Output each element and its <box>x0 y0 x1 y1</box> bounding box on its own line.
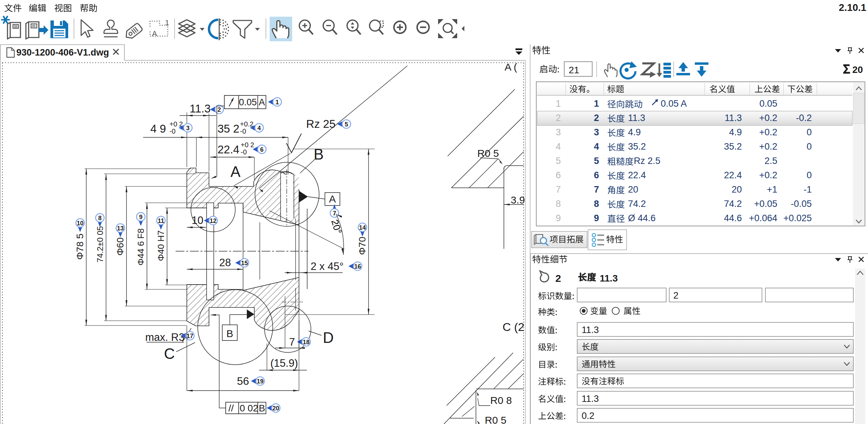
svg-text:+0.05: +0.05 <box>754 199 777 209</box>
svg-text:1: 1 <box>275 99 279 106</box>
svg-text:0.05: 0.05 <box>759 99 777 109</box>
svg-text:Φ78 5: Φ78 5 <box>75 233 85 260</box>
svg-text:13: 13 <box>117 225 124 232</box>
svg-text:11: 11 <box>158 217 164 224</box>
svg-text:C: C <box>164 345 175 362</box>
svg-text:4.9: 4.9 <box>628 127 641 137</box>
svg-text:R0 5: R0 5 <box>485 414 506 424</box>
svg-text:4: 4 <box>257 125 261 132</box>
svg-text:+0.064: +0.064 <box>749 213 777 223</box>
svg-text:3: 3 <box>594 127 599 137</box>
svg-text:20: 20 <box>732 184 742 195</box>
svg-text:3: 3 <box>556 127 561 137</box>
svg-text:10: 10 <box>192 214 203 226</box>
svg-text:Φ40 H7: Φ40 H7 <box>156 230 166 261</box>
svg-text:0: 0 <box>807 127 812 137</box>
svg-text:74.2: 74.2 <box>628 199 646 209</box>
svg-text:15: 15 <box>241 260 248 267</box>
svg-text:4.9: 4.9 <box>729 127 742 137</box>
svg-text:8: 8 <box>594 199 599 209</box>
svg-text:10: 10 <box>77 220 84 227</box>
svg-text:7: 7 <box>556 184 561 195</box>
svg-text:35 2: 35 2 <box>218 122 239 135</box>
svg-text:18: 18 <box>303 339 310 346</box>
svg-text:0.05: 0.05 <box>239 97 257 107</box>
svg-text:0.2: 0.2 <box>582 411 595 421</box>
svg-text:4 9: 4 9 <box>150 122 166 135</box>
svg-text:22.4: 22.4 <box>218 143 239 156</box>
svg-text:Φ44 6 F8: Φ44 6 F8 <box>136 228 146 266</box>
svg-text:5: 5 <box>556 156 561 166</box>
svg-text:2.5: 2.5 <box>764 156 777 166</box>
svg-text:16: 16 <box>354 263 361 270</box>
svg-text:930-1200-406-V1.dwg: 930-1200-406-V1.dwg <box>16 47 109 58</box>
svg-text:0: 0 <box>807 170 812 180</box>
svg-text:28: 28 <box>219 257 231 269</box>
svg-text:9: 9 <box>139 214 143 221</box>
svg-text:35.2: 35.2 <box>724 141 742 152</box>
svg-text:-0: -0 <box>241 148 247 156</box>
svg-text:4: 4 <box>556 141 561 152</box>
svg-text:8: 8 <box>556 199 561 209</box>
svg-text:B: B <box>226 328 233 339</box>
svg-text:-0: -0 <box>169 127 176 135</box>
svg-text:+0.2: +0.2 <box>759 113 777 123</box>
svg-text:+0.025: +0.025 <box>783 213 812 223</box>
svg-text:-0.2: -0.2 <box>796 113 812 123</box>
svg-text:9: 9 <box>594 213 599 223</box>
svg-text:Rz 25: Rz 25 <box>306 118 335 130</box>
svg-text:2: 2 <box>555 273 561 284</box>
svg-text:44.6: 44.6 <box>724 213 742 223</box>
svg-text:+0.2: +0.2 <box>759 141 777 152</box>
svg-text:Φ70: Φ70 <box>357 237 368 255</box>
svg-text:R0 5: R0 5 <box>477 148 499 159</box>
svg-text:Ø 44.6: Ø 44.6 <box>628 213 656 223</box>
svg-text:+0 2: +0 2 <box>241 141 254 149</box>
svg-text:14: 14 <box>359 224 366 231</box>
svg-text:21: 21 <box>569 65 579 75</box>
svg-text:B: B <box>314 146 324 163</box>
svg-text:5: 5 <box>345 121 348 128</box>
svg-text:B: B <box>259 403 265 413</box>
svg-text:12: 12 <box>210 217 216 224</box>
svg-text:+0.2: +0.2 <box>759 170 777 180</box>
svg-text:2: 2 <box>218 106 221 113</box>
svg-text:35.2: 35.2 <box>628 141 646 152</box>
svg-text:-1: -1 <box>804 184 812 195</box>
svg-text:7: 7 <box>289 336 295 348</box>
svg-text:9: 9 <box>556 213 561 223</box>
svg-text:22.4: 22.4 <box>724 170 742 180</box>
svg-text:11.3: 11.3 <box>600 273 618 284</box>
svg-text:1: 1 <box>165 18 169 27</box>
svg-text:R0 8: R0 8 <box>490 395 512 406</box>
svg-text:0.05 A: 0.05 A <box>661 99 687 109</box>
svg-text:+1: +1 <box>767 184 777 195</box>
svg-text:17: 17 <box>186 333 193 339</box>
svg-text:3.9: 3.9 <box>511 194 525 206</box>
svg-text:Rz 2.5: Rz 2.5 <box>634 156 660 166</box>
svg-text:11.3: 11.3 <box>582 325 599 335</box>
svg-text:11.3: 11.3 <box>628 113 645 123</box>
svg-text:8: 8 <box>98 215 102 222</box>
svg-text:74.2: 74.2 <box>724 199 742 209</box>
svg-text:20: 20 <box>628 184 638 195</box>
svg-text:1: 1 <box>556 99 561 109</box>
svg-text:Φ60: Φ60 <box>115 238 125 256</box>
svg-text:74.2±0 05: 74.2±0 05 <box>95 226 105 262</box>
svg-text:A: A <box>329 193 336 205</box>
svg-text:+0.2: +0.2 <box>240 120 253 128</box>
svg-text:2: 2 <box>673 290 678 301</box>
svg-text:A: A <box>152 29 157 38</box>
svg-text:2 x 45°: 2 x 45° <box>311 260 344 272</box>
svg-text:6: 6 <box>260 146 264 153</box>
svg-text:2.10.1: 2.10.1 <box>839 2 866 13</box>
svg-text:2: 2 <box>556 113 561 123</box>
svg-text:max. R3: max. R3 <box>145 331 184 343</box>
svg-text:56: 56 <box>237 375 249 387</box>
svg-text:5: 5 <box>594 156 599 166</box>
svg-text:7: 7 <box>333 210 336 217</box>
svg-text:22.4: 22.4 <box>628 170 646 180</box>
svg-text:1: 1 <box>594 99 599 109</box>
svg-text:-0.05: -0.05 <box>791 199 812 209</box>
svg-text:19: 19 <box>257 378 264 385</box>
